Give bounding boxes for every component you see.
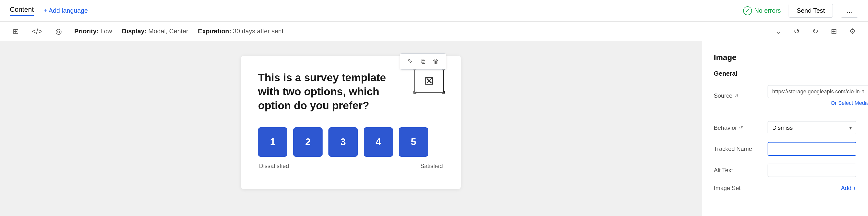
survey-option-3[interactable]: 3 <box>329 127 358 157</box>
display-info: Display: Modal, Center <box>122 27 188 35</box>
label-satisfied: Satisfied <box>420 163 443 169</box>
behavior-select[interactable]: Dismiss Close None <box>768 121 856 134</box>
image-set-field: Image Set Add + <box>714 185 856 191</box>
display-value: Modal, Center <box>148 27 188 35</box>
resize-handle-bl[interactable] <box>413 90 416 93</box>
expiration-info: Expiration: 30 days after sent <box>198 27 283 35</box>
resize-handle-br[interactable] <box>442 90 445 93</box>
survey-option-1[interactable]: 1 <box>258 127 287 157</box>
display-label: Display: <box>122 27 147 35</box>
tracked-name-value-container <box>768 142 856 156</box>
toolbar-right: ⌄ ↺ ↻ ⊞ ⚙ <box>772 25 858 37</box>
export-icon[interactable]: ⊞ <box>828 25 840 37</box>
top-bar-left: Content + Add language <box>10 6 88 16</box>
tracked-name-field: Tracked Name <box>714 142 856 156</box>
chevron-down-icon[interactable]: ⌄ <box>772 25 784 37</box>
no-errors-status: ✓ No errors <box>743 6 781 15</box>
panel-title: Image <box>714 53 856 62</box>
survey-labels: Dissatisfied Satisfied <box>258 163 444 169</box>
source-refresh-icon[interactable]: ↺ <box>734 93 739 99</box>
send-test-button[interactable]: Send Test <box>788 4 833 18</box>
behavior-field: Behavior ↺ Dismiss Close None <box>714 121 856 134</box>
redo-icon[interactable]: ↻ <box>809 25 821 37</box>
behavior-refresh-icon[interactable]: ↺ <box>739 125 743 131</box>
panel-general-section: General <box>714 70 856 77</box>
toolbar-left: ⊞ </> ◎ Priority: Low Display: Modal, Ce… <box>10 25 283 37</box>
code-view-icon[interactable]: </> <box>31 25 43 37</box>
survey-option-2[interactable]: 2 <box>293 127 322 157</box>
behavior-select-wrapper: Dismiss Close None <box>768 121 856 134</box>
survey-question: This is a survey template with two optio… <box>258 71 395 113</box>
priority-info: Priority: Low <box>74 27 112 35</box>
panel-divider-1 <box>714 114 856 114</box>
survey-card: ✎ ⧉ 🗑 ⊠ This is a survey template with t… <box>241 56 461 189</box>
edit-icon[interactable]: ✎ <box>405 56 416 67</box>
tracked-name-label: Tracked Name <box>714 145 768 152</box>
plus-icon: + <box>853 185 856 191</box>
survey-option-5[interactable]: 5 <box>399 127 428 157</box>
settings-view-icon[interactable]: ◎ <box>53 25 64 37</box>
survey-options: 1 2 3 4 5 <box>258 127 444 157</box>
tracked-name-input[interactable] <box>768 142 856 156</box>
behavior-label: Behavior ↺ <box>714 125 768 131</box>
toolbar-bar: ⊞ </> ◎ Priority: Low Display: Modal, Ce… <box>0 22 868 41</box>
image-set-add-button[interactable]: Add + <box>841 185 856 191</box>
alt-text-field: Alt Text <box>714 164 856 177</box>
float-toolbar: ✎ ⧉ 🗑 <box>400 53 446 70</box>
tab-content[interactable]: Content <box>10 6 34 16</box>
alt-text-label: Alt Text <box>714 167 768 173</box>
source-value-container: https://storage.googleapis.com/cio-in-a … <box>768 85 868 106</box>
alt-text-input[interactable] <box>768 164 856 177</box>
main-area: ✎ ⧉ 🗑 ⊠ This is a survey template with t… <box>0 41 868 216</box>
alt-text-value-container <box>768 164 856 177</box>
canvas-area: ✎ ⧉ 🗑 ⊠ This is a survey template with t… <box>0 41 702 216</box>
expiration-label: Expiration: <box>198 27 231 35</box>
grid-view-icon[interactable]: ⊞ <box>10 25 22 37</box>
image-set-label: Image Set <box>714 185 768 191</box>
source-value: https://storage.googleapis.com/cio-in-a <box>768 85 868 98</box>
survey-option-4[interactable]: 4 <box>364 127 393 157</box>
top-bar: Content + Add language ✓ No errors Send … <box>0 0 868 22</box>
delete-icon[interactable]: 🗑 <box>430 56 441 67</box>
priority-value: Low <box>100 27 112 35</box>
priority-label: Priority: <box>74 27 99 35</box>
image-placeholder[interactable]: ⊠ <box>414 68 444 92</box>
source-field: Source ↺ https://storage.googleapis.com/… <box>714 85 856 106</box>
right-panel: Image General Source ↺ https://storage.g… <box>702 41 868 216</box>
or-select-media-link[interactable]: Or Select Media <box>768 100 868 106</box>
top-bar-right: ✓ No errors Send Test ... <box>743 4 858 18</box>
add-language-button[interactable]: + Add language <box>43 7 88 15</box>
check-circle-icon: ✓ <box>743 6 752 15</box>
gear-icon[interactable]: ⚙ <box>846 25 858 37</box>
label-dissatisfied: Dissatisfied <box>259 163 289 169</box>
no-errors-label: No errors <box>754 7 781 15</box>
image-x-icon: ⊠ <box>424 74 434 87</box>
undo-icon[interactable]: ↺ <box>791 25 803 37</box>
source-label: Source ↺ <box>714 92 768 99</box>
more-options-button[interactable]: ... <box>841 4 858 18</box>
copy-icon[interactable]: ⧉ <box>417 56 428 67</box>
expiration-value: 30 days after sent <box>233 27 283 35</box>
